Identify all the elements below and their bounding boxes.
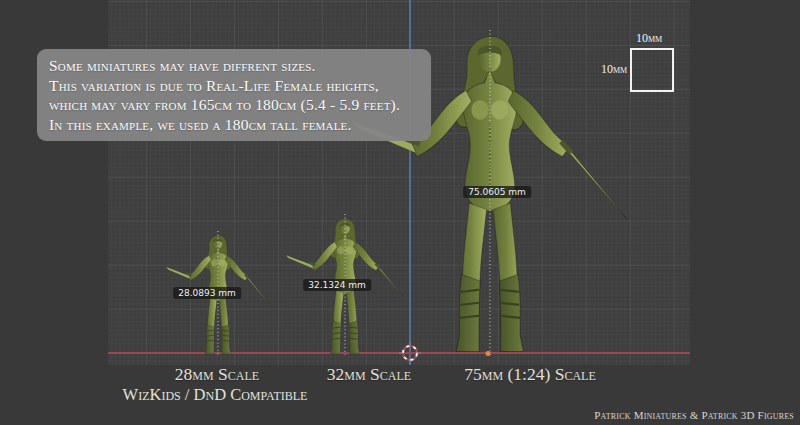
- measurement-label-32mm: 32.1324 mm: [303, 279, 371, 291]
- scale-label-32mm: 32mm Scale: [327, 364, 411, 385]
- info-line: which may vary from 165cm to 180cm (5.4 …: [49, 95, 419, 115]
- object-origin-dot: [486, 351, 491, 356]
- info-line: This variation is due to Real-Life Femal…: [49, 76, 419, 96]
- cursor-3d-icon[interactable]: [399, 342, 421, 364]
- reference-square-top-label: 10mm: [636, 31, 662, 46]
- measurement-label-28mm: 28.0893 mm: [173, 287, 241, 299]
- measurement-label-75mm: 75.0605 mm: [463, 186, 531, 198]
- credit-text: Patrick Miniatures & Patrick 3D Figures: [594, 409, 794, 421]
- scale-label-28mm: 28mm Scale: [175, 364, 259, 385]
- info-box: Some miniatures may have diffrent sizes.…: [37, 49, 431, 141]
- viewport-3d[interactable]: Some miniatures may have diffrent sizes.…: [0, 0, 800, 425]
- reference-square-side-label: 10mm: [601, 62, 627, 77]
- reference-square-10mm: [630, 48, 674, 92]
- info-line: In this example, we used a 180cm tall fe…: [49, 115, 419, 135]
- scale-sublabel-wizkids: WizKids / DnD Compatible: [123, 385, 308, 405]
- scale-label-75mm: 75mm (1:24) Scale: [464, 364, 595, 385]
- info-line: Some miniatures may have diffrent sizes.: [49, 56, 419, 76]
